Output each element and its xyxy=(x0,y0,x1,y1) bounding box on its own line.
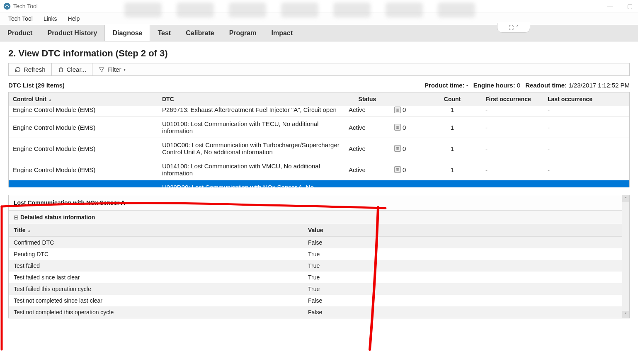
detail-scrollbar[interactable]: ˄ ˅ xyxy=(622,195,629,318)
menu-bar: Tech Tool Links Help xyxy=(0,12,638,25)
detail-row: Test not completed this operation cycleF… xyxy=(9,306,629,318)
detail-cell-value: True xyxy=(303,260,629,272)
col-dtc[interactable]: DTC xyxy=(158,92,344,106)
tab-tool-tray: ⛶ ˄ xyxy=(497,23,530,33)
app-icon xyxy=(3,2,11,10)
cell-first: - xyxy=(481,142,543,155)
page-title: 2. View DTC information (Step 2 of 3) xyxy=(0,41,638,63)
title-bar: Tech Tool — ▢ xyxy=(0,0,638,12)
table-row[interactable]: Engine Control Module (EMS)U010C00: Lost… xyxy=(9,138,629,159)
filter-button[interactable]: Filter ▾ xyxy=(92,63,131,75)
tab-impact[interactable]: Impact xyxy=(264,25,300,41)
menu-links[interactable]: Links xyxy=(39,14,62,24)
readout-value: 1/23/2017 1:12:52 PM xyxy=(568,82,630,89)
readout-label: Readout time: xyxy=(525,82,567,89)
detail-cell-value: False xyxy=(303,306,629,318)
detail-row: Test failed since last clearTrue xyxy=(9,272,629,283)
cell-status: Active xyxy=(344,163,390,177)
col-last[interactable]: Last occurrence xyxy=(543,92,606,106)
cell-first: - xyxy=(481,163,543,177)
freeze-frame-icon: ▥ xyxy=(394,166,401,173)
table-row[interactable]: Engine Control Module (EMS)U014100: Lost… xyxy=(9,159,629,180)
detail-table-header: Title▲ Value xyxy=(9,224,629,236)
detail-panel: Lost Communication with NOx Sensor A Det… xyxy=(8,195,630,318)
detail-cell-title: Test not completed this operation cycle xyxy=(9,306,303,318)
expand-icon[interactable]: ⛶ xyxy=(509,25,514,31)
cell-dtc: U010C00: Lost Communication with Turboch… xyxy=(158,138,344,159)
minimize-button[interactable]: — xyxy=(605,3,615,10)
cell-status: Active xyxy=(344,121,390,134)
cell-last: - xyxy=(543,106,606,116)
detail-cell-value: False xyxy=(303,295,629,306)
detail-col-title[interactable]: Title▲ xyxy=(9,224,303,236)
maximize-button[interactable]: ▢ xyxy=(625,3,635,10)
cell-freeze: ▥ 0 xyxy=(390,121,423,134)
cell-count: 1 xyxy=(423,163,481,177)
tab-calibrate[interactable]: Calibrate xyxy=(178,25,221,41)
cell-control-unit: Engine Control Module (EMS) xyxy=(9,184,158,188)
cell-first: - xyxy=(481,121,543,134)
filter-icon xyxy=(98,66,105,73)
tab-program[interactable]: Program xyxy=(222,25,264,41)
chevron-down-icon: ▾ xyxy=(124,67,126,72)
detail-cell-title: Test failed xyxy=(9,260,303,272)
col-count[interactable]: Count xyxy=(423,92,481,106)
detail-cell-value: True xyxy=(303,248,629,260)
cell-first: - xyxy=(481,106,543,116)
chevron-up-icon[interactable]: ˄ xyxy=(516,25,519,31)
dtc-table-header: Control Unit▲ DTC Status Count First occ… xyxy=(9,92,629,106)
detail-table-body: Confirmed DTCFalsePending DTCTrueTest fa… xyxy=(9,236,629,318)
table-row[interactable]: Engine Control Module (EMS)P269713: Exha… xyxy=(9,106,629,117)
action-toolbar: Refresh Clear... Filter ▾ xyxy=(8,63,630,76)
scroll-down-icon[interactable]: ˅ xyxy=(622,311,629,318)
sort-indicator-icon: ▲ xyxy=(48,97,52,102)
tab-strip: Product Product History Diagnose Test Ca… xyxy=(0,25,638,41)
cell-dtc: U029D00: Lost Communication with NOx Sen… xyxy=(158,180,344,187)
list-header: DTC List (29 Items) Product time: - Engi… xyxy=(0,82,638,92)
detail-col-value[interactable]: Value xyxy=(303,224,629,236)
tab-diagnose[interactable]: Diagnose xyxy=(104,25,150,41)
product-time-label: Product time: xyxy=(425,82,465,89)
cell-status: Active xyxy=(344,142,390,155)
cell-control-unit: Engine Control Module (EMS) xyxy=(9,142,158,155)
detail-cell-title: Test not completed since last clear xyxy=(9,295,303,306)
svg-point-0 xyxy=(4,2,11,10)
tab-product[interactable]: Product xyxy=(0,25,40,41)
detail-title: Lost Communication with NOx Sensor A xyxy=(9,195,629,211)
detail-subheader[interactable]: Detailed status information xyxy=(9,211,629,224)
refresh-icon xyxy=(15,66,21,73)
cell-status: Active xyxy=(344,106,390,116)
col-first[interactable]: First occurrence xyxy=(481,92,543,106)
table-row[interactable]: Engine Control Module (EMS)U010100: Lost… xyxy=(9,117,629,138)
cell-status: Active xyxy=(344,184,390,188)
detail-cell-value: True xyxy=(303,272,629,283)
cell-count: 1 xyxy=(423,106,481,116)
detail-row: Test not completed since last clearFalse xyxy=(9,295,629,306)
col-control-unit[interactable]: Control Unit▲ xyxy=(9,92,158,106)
cell-count: 1 xyxy=(423,184,481,188)
detail-cell-value: True xyxy=(303,283,629,295)
refresh-button[interactable]: Refresh xyxy=(9,63,52,75)
tab-product-history[interactable]: Product History xyxy=(40,25,104,41)
detail-row: Test failedTrue xyxy=(9,260,629,272)
cell-freeze: ▥ 0 xyxy=(390,184,423,188)
filter-label: Filter xyxy=(107,66,121,73)
scroll-up-icon[interactable]: ˄ xyxy=(622,195,629,202)
detail-row: Confirmed DTCFalse xyxy=(9,237,629,248)
menu-help[interactable]: Help xyxy=(63,14,85,24)
freeze-frame-icon: ▥ xyxy=(394,107,401,113)
dtc-table-body[interactable]: Engine Control Module (EMS)P269713: Exha… xyxy=(9,106,629,187)
dtc-list-title: DTC List (29 Items) xyxy=(8,82,65,89)
clear-button[interactable]: Clear... xyxy=(52,63,93,75)
cell-last: - xyxy=(543,184,606,188)
menu-techtool[interactable]: Tech Tool xyxy=(3,14,38,24)
trash-icon xyxy=(58,66,64,73)
cell-count: 1 xyxy=(423,121,481,134)
cell-freeze: ▥ 0 xyxy=(390,163,423,177)
detail-row: Test failed this operation cycleTrue xyxy=(9,283,629,295)
app-title: Tech Tool xyxy=(13,3,38,10)
tab-test[interactable]: Test xyxy=(150,25,178,41)
col-status[interactable]: Status xyxy=(344,92,390,106)
dtc-table: Control Unit▲ DTC Status Count First occ… xyxy=(8,92,630,187)
table-row[interactable]: Engine Control Module (EMS)U029D00: Lost… xyxy=(9,180,629,187)
